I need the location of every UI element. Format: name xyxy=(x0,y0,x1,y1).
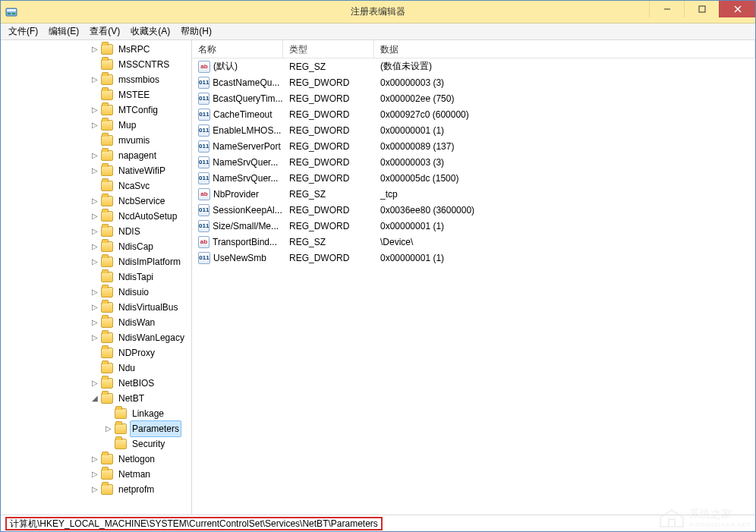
tree-node[interactable]: mvumis xyxy=(1,133,191,148)
value-row[interactable]: 011SessionKeepAl...REG_DWORD0x0036ee80 (… xyxy=(192,202,755,218)
tree-node[interactable]: ◢NetBT xyxy=(1,391,191,406)
tree-node-label[interactable]: Linkage xyxy=(130,406,166,421)
tree-node[interactable]: ▷NcbService xyxy=(1,194,191,209)
tree-node[interactable]: ▷NdisCap xyxy=(1,239,191,254)
tree-node[interactable]: ▷Parameters xyxy=(1,421,191,436)
tree-node-label[interactable]: MSTEE xyxy=(116,87,152,102)
value-row[interactable]: 011EnableLMHOS...REG_DWORD0x00000001 (1) xyxy=(192,122,755,138)
tree-node-label[interactable]: NdisVirtualBus xyxy=(116,300,180,315)
tree-node-label[interactable]: NdisCap xyxy=(116,239,156,254)
tree-expander-icon[interactable]: ▷ xyxy=(90,300,99,315)
tree-node-label[interactable]: Netman xyxy=(116,467,153,482)
tree-expander-icon[interactable]: ◢ xyxy=(90,391,99,406)
value-row[interactable]: 011NameSrvQuer...REG_DWORD0x000005dc (15… xyxy=(192,170,755,186)
menu-favorites[interactable]: 收藏夹(A) xyxy=(126,24,175,39)
tree-node[interactable]: ▷Netman xyxy=(1,467,191,482)
tree-node[interactable]: ▷Mup xyxy=(1,118,191,133)
tree-node-label[interactable]: NdisTapi xyxy=(116,269,156,285)
tree-node[interactable]: ▷NativeWifiP xyxy=(1,163,191,178)
tree-node-label[interactable]: NDProxy xyxy=(116,345,157,360)
tree-node[interactable]: NdisTapi xyxy=(1,269,191,285)
tree-expander-icon[interactable]: ▷ xyxy=(90,285,99,300)
tree-expander-icon[interactable]: ▷ xyxy=(90,482,99,497)
list-pane[interactable]: 名称 类型 数据 ab(默认)REG_SZ(数值未设置)011BcastName… xyxy=(192,40,755,515)
tree-node-label[interactable]: NDIS xyxy=(116,224,143,239)
tree-node-label[interactable]: NdisWan xyxy=(116,315,157,330)
close-button[interactable] xyxy=(719,1,755,17)
tree-expander-icon[interactable]: ▷ xyxy=(90,467,99,482)
tree-node-label[interactable]: Parameters xyxy=(130,420,181,437)
tree-node-label[interactable]: NcaSvc xyxy=(116,178,152,194)
tree-node-label[interactable]: mvumis xyxy=(116,133,152,148)
tree-node-label[interactable]: Mup xyxy=(116,118,138,133)
tree-node[interactable]: Linkage xyxy=(1,406,191,421)
col-header-data[interactable]: 数据 xyxy=(374,40,755,58)
tree-node[interactable]: ▷NdisWan xyxy=(1,315,191,330)
tree-expander-icon[interactable]: ▷ xyxy=(90,452,99,467)
tree-expander-icon[interactable]: ▷ xyxy=(90,330,99,345)
tree-node-label[interactable]: Security xyxy=(130,436,167,452)
tree-node[interactable]: ▷napagent xyxy=(1,148,191,163)
value-row[interactable]: 011BcastQueryTim...REG_DWORD0x000002ee (… xyxy=(192,90,755,106)
tree-node-label[interactable]: Ndisuio xyxy=(116,285,151,300)
tree-expander-icon[interactable]: ▷ xyxy=(90,102,99,118)
menu-edit[interactable]: 编辑(E) xyxy=(44,24,83,39)
tree-node-label[interactable]: NetBT xyxy=(116,391,146,406)
tree-expander-icon[interactable]: ▷ xyxy=(90,163,99,178)
value-row[interactable]: ab(默认)REG_SZ(数值未设置) xyxy=(192,58,755,74)
value-row[interactable]: 011NameServerPortREG_DWORD0x00000089 (13… xyxy=(192,138,755,154)
tree-expander-icon[interactable]: ▷ xyxy=(90,194,99,209)
tree-node-label[interactable]: NdisWanLegacy xyxy=(116,330,187,345)
value-row[interactable]: 011Size/Small/Me...REG_DWORD0x00000001 (… xyxy=(192,218,755,234)
tree-node[interactable]: ▷NetBIOS xyxy=(1,376,191,391)
tree-node[interactable]: ▷NDIS xyxy=(1,224,191,239)
tree-node[interactable]: MSTEE xyxy=(1,87,191,102)
tree-expander-icon[interactable]: ▷ xyxy=(90,118,99,133)
value-row[interactable]: 011NameSrvQuer...REG_DWORD0x00000003 (3) xyxy=(192,154,755,170)
tree-node[interactable]: ▷netprofm xyxy=(1,482,191,497)
tree-node[interactable]: ▷MTConfig xyxy=(1,102,191,118)
tree-node[interactable]: ▷mssmbios xyxy=(1,72,191,87)
minimize-button[interactable] xyxy=(649,1,684,17)
tree-node-label[interactable]: NdisImPlatform xyxy=(116,254,183,269)
tree-node-label[interactable]: netprofm xyxy=(116,482,156,497)
registry-tree[interactable]: ▷MsRPCMSSCNTRS▷mssmbiosMSTEE▷MTConfig▷Mu… xyxy=(1,40,191,499)
tree-node-label[interactable]: NativeWifiP xyxy=(116,163,168,178)
value-row[interactable]: 011BcastNameQu...REG_DWORD0x00000003 (3) xyxy=(192,74,755,90)
tree-node-label[interactable]: Netlogon xyxy=(116,452,157,467)
tree-node-label[interactable]: napagent xyxy=(116,148,159,163)
value-row[interactable]: 011CacheTimeoutREG_DWORD0x000927c0 (6000… xyxy=(192,106,755,122)
tree-node[interactable]: ▷NdisImPlatform xyxy=(1,254,191,269)
tree-node[interactable]: ▷Ndisuio xyxy=(1,285,191,300)
tree-node[interactable]: ▷NcdAutoSetup xyxy=(1,209,191,224)
tree-node[interactable]: Ndu xyxy=(1,360,191,376)
tree-node[interactable]: ▷NdisWanLegacy xyxy=(1,330,191,345)
tree-expander-icon[interactable]: ▷ xyxy=(90,148,99,163)
tree-node-label[interactable]: MsRPC xyxy=(116,42,152,57)
tree-node-label[interactable]: mssmbios xyxy=(116,72,162,87)
value-row[interactable]: abNbProviderREG_SZ_tcp xyxy=(192,186,755,202)
tree-node[interactable]: ▷NdisVirtualBus xyxy=(1,300,191,315)
tree-node[interactable]: NDProxy xyxy=(1,345,191,360)
tree-node-label[interactable]: NcbService xyxy=(116,194,167,209)
value-row[interactable]: abTransportBind...REG_SZ\Device\ xyxy=(192,234,755,250)
tree-node[interactable]: NcaSvc xyxy=(1,178,191,194)
tree-expander-icon[interactable]: ▷ xyxy=(90,376,99,391)
tree-expander-icon[interactable]: ▷ xyxy=(90,239,99,254)
tree-node[interactable]: Security xyxy=(1,436,191,452)
value-row[interactable]: 011UseNewSmbREG_DWORD0x00000001 (1) xyxy=(192,250,755,266)
maximize-button[interactable] xyxy=(684,1,719,17)
menu-view[interactable]: 查看(V) xyxy=(85,24,124,39)
tree-expander-icon[interactable]: ▷ xyxy=(90,254,99,269)
tree-node-label[interactable]: MSSCNTRS xyxy=(116,57,172,72)
tree-expander-icon[interactable]: ▷ xyxy=(90,224,99,239)
tree-node[interactable]: MSSCNTRS xyxy=(1,57,191,72)
col-header-name[interactable]: 名称 xyxy=(192,40,283,58)
tree-expander-icon[interactable]: ▷ xyxy=(104,421,113,436)
tree-node-label[interactable]: MTConfig xyxy=(116,102,160,118)
col-header-type[interactable]: 类型 xyxy=(283,40,374,58)
tree-expander-icon[interactable]: ▷ xyxy=(90,42,99,57)
tree-node-label[interactable]: NetBIOS xyxy=(116,376,156,391)
menu-file[interactable]: 文件(F) xyxy=(4,24,43,39)
tree-pane[interactable]: ▷MsRPCMSSCNTRS▷mssmbiosMSTEE▷MTConfig▷Mu… xyxy=(1,40,192,515)
